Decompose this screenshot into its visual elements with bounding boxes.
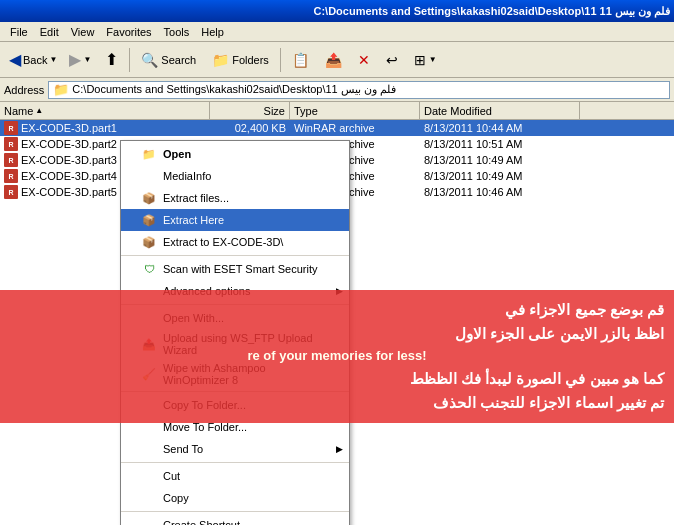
ctx-menu-item[interactable]: Copy [121, 487, 349, 509]
ctx-item-label: Copy [163, 492, 189, 504]
ctx-menu-item[interactable]: 📦Extract Here [121, 209, 349, 231]
col-type-label: Type [294, 105, 318, 117]
ctx-menu-item[interactable]: Send To▶ [121, 438, 349, 460]
undo-icon: ↩ [386, 52, 398, 68]
file-name: EX-CODE-3D.part1 [21, 122, 117, 134]
up-icon: ⬆ [105, 50, 118, 69]
menu-favorites[interactable]: Favorites [100, 24, 157, 40]
ctx-menu-item[interactable]: 📦Extract files... [121, 187, 349, 209]
toolbar-sep-2 [280, 48, 281, 72]
move-to-icon: 📤 [325, 52, 342, 68]
ctx-menu-item[interactable]: Create Shortcut [121, 514, 349, 525]
ctx-item-label: MediaInfo [163, 170, 211, 182]
col-header-size[interactable]: Size [210, 102, 290, 119]
overlay-line-5: تم تغيير اسماء الاجزاء للتجنب الحذف [10, 391, 664, 415]
ctx-icon-empty [141, 517, 157, 525]
views-icon: ⊞ [414, 52, 426, 68]
menu-edit[interactable]: Edit [34, 24, 65, 40]
ctx-item-label: Extract to EX-CODE-3D\ [163, 236, 283, 248]
ctx-menu-item[interactable]: Cut [121, 465, 349, 487]
file-date-cell: 8/13/2011 10:51 AM [420, 138, 580, 150]
menu-file[interactable]: File [4, 24, 34, 40]
title-text: فلم ون بيس 11 C:\Documents and Settings\… [313, 5, 670, 18]
file-list-header: Name ▲ Size Type Date Modified [0, 102, 674, 120]
file-date-cell: 8/13/2011 10:46 AM [420, 186, 580, 198]
col-header-name[interactable]: Name ▲ [0, 102, 210, 119]
col-date-label: Date Modified [424, 105, 492, 117]
ctx-icon-empty [141, 490, 157, 506]
file-name-cell: R EX-CODE-3D.part1 [0, 121, 210, 135]
menu-tools[interactable]: Tools [158, 24, 196, 40]
up-button[interactable]: ⬆ [98, 46, 125, 74]
file-date-cell: 8/13/2011 10:49 AM [420, 154, 580, 166]
col-header-type[interactable]: Type [290, 102, 420, 119]
file-date-cell: 8/13/2011 10:49 AM [420, 170, 580, 182]
delete-button[interactable]: ✕ [351, 46, 377, 74]
file-name: EX-CODE-3D.part2 [21, 138, 117, 150]
file-date-cell: 8/13/2011 10:44 AM [420, 122, 580, 134]
overlay-line-3: re of your memories for less! [10, 346, 664, 367]
rar-icon: R [4, 121, 18, 135]
search-button[interactable]: 🔍 Search [134, 46, 203, 74]
copy-to-icon: 📋 [292, 52, 309, 68]
move-to-button[interactable]: 📤 [318, 46, 349, 74]
back-label: Back [23, 54, 47, 66]
overlay-banner: قم بوضع جميع الاجزاء في اظظ بالزر الايمن… [0, 290, 674, 423]
copy-to-button[interactable]: 📋 [285, 46, 316, 74]
address-path: C:\Documents and Settings\kakashi02said\… [72, 83, 396, 96]
menu-help[interactable]: Help [195, 24, 230, 40]
overlay-line-4: كما هو مبين في الصورة ليبدأ فك الظظط [10, 367, 664, 391]
ctx-menu-item[interactable]: 📁Open [121, 143, 349, 165]
ctx-menu-item[interactable]: 📦Extract to EX-CODE-3D\ [121, 231, 349, 253]
title-bar: فلم ون بيس 11 C:\Documents and Settings\… [0, 0, 674, 22]
menu-bar: File Edit View Favorites Tools Help [0, 22, 674, 42]
col-size-label: Size [264, 105, 285, 117]
ctx-item-label: Move To Folder... [163, 421, 247, 433]
ctx-item-label: Create Shortcut [163, 519, 240, 525]
undo-button[interactable]: ↩ [379, 46, 405, 74]
ctx-menu-item[interactable]: 🛡Scan with ESET Smart Security [121, 258, 349, 280]
file-name: EX-CODE-3D.part3 [21, 154, 117, 166]
back-button[interactable]: ◀ Back ▼ [4, 46, 62, 74]
ctx-item-label: Scan with ESET Smart Security [163, 263, 317, 275]
toolbar: ◀ Back ▼ ▶ ▼ ⬆ 🔍 Search 📁 Folders 📋 📤 ✕ … [0, 42, 674, 78]
address-bar: Address 📁 C:\Documents and Settings\kaka… [0, 78, 674, 102]
rar-icon: R [4, 153, 18, 167]
sort-arrow-icon: ▲ [35, 106, 43, 115]
folders-button[interactable]: 📁 Folders [205, 46, 276, 74]
file-size-cell: 02,400 KB [210, 122, 290, 134]
forward-button[interactable]: ▶ ▼ [64, 46, 96, 74]
views-dropdown-icon: ▼ [429, 55, 437, 64]
address-folder-icon: 📁 [53, 82, 69, 97]
ctx-menu-item[interactable]: MediaInfo [121, 165, 349, 187]
search-icon: 🔍 [141, 52, 158, 68]
col-name-label: Name [4, 105, 33, 117]
folders-icon: 📁 [212, 52, 229, 68]
ctx-item-label: Extract Here [163, 214, 224, 226]
rar-icon: R [4, 185, 18, 199]
ctx-icon-empty [141, 468, 157, 484]
toolbar-sep-1 [129, 48, 130, 72]
ctx-separator [121, 511, 349, 512]
extract-icon: 📦 [141, 234, 157, 250]
delete-icon: ✕ [358, 52, 370, 68]
extract-icon: 📦 [141, 190, 157, 206]
folder-icon: 📁 [141, 146, 157, 162]
search-label: Search [161, 54, 196, 66]
ctx-separator [121, 462, 349, 463]
back-dropdown-icon: ▼ [49, 55, 57, 64]
scan-icon: 🛡 [141, 261, 157, 277]
views-button[interactable]: ⊞ ▼ [407, 46, 444, 74]
address-input[interactable]: 📁 C:\Documents and Settings\kakashi02sai… [48, 81, 670, 99]
ctx-item-label: Extract files... [163, 192, 229, 204]
col-header-date[interactable]: Date Modified [420, 102, 580, 119]
rar-icon: R [4, 169, 18, 183]
address-label: Address [4, 84, 44, 96]
rar-icon: R [4, 137, 18, 151]
ctx-item-label: Cut [163, 470, 180, 482]
menu-view[interactable]: View [65, 24, 101, 40]
overlay-line-1: قم بوضع جميع الاجزاء في [10, 298, 664, 322]
table-row[interactable]: R EX-CODE-3D.part1 02,400 KB WinRAR arch… [0, 120, 674, 136]
ctx-icon-empty [141, 168, 157, 184]
submenu-arrow-icon: ▶ [336, 444, 343, 454]
